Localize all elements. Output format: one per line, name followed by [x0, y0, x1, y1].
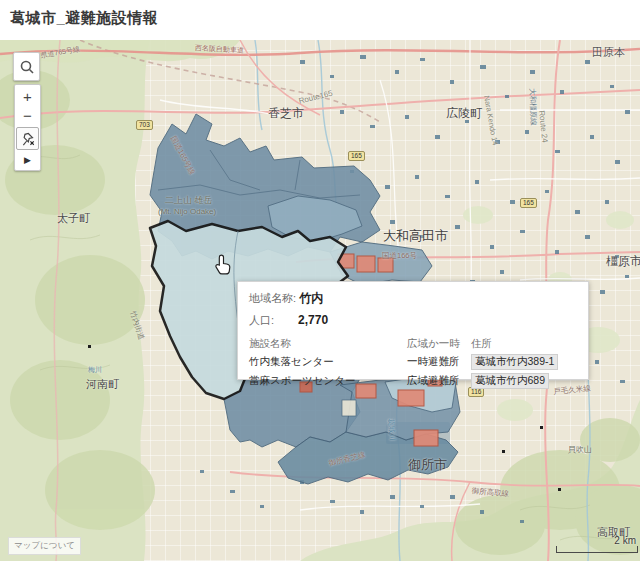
river-label-umekawa: 梅川	[88, 366, 102, 373]
facility-address-cell: 葛城市竹内389-1	[471, 354, 558, 370]
road-label-yamato-kashihara: 大和橿原線	[529, 88, 538, 126]
app-window: 葛城市_避難施設情報	[0, 0, 640, 561]
tooltip-region-value: 竹内	[299, 291, 323, 305]
hand-cursor-icon	[215, 254, 232, 279]
tooltip-region-label: 地域名称:	[249, 292, 296, 304]
facility-type-cell: 一時避難所	[407, 355, 471, 369]
page-title: 葛城市_避難施設情報	[10, 9, 158, 28]
zoom-out-button[interactable]: −	[15, 106, 40, 125]
place-label-koryo: 広陵町	[446, 107, 482, 119]
place-label-taishi: 太子町	[57, 213, 90, 224]
map-toolbar: + − ▶	[14, 84, 41, 171]
route-shield-165b: 165	[520, 198, 537, 208]
map-search-button[interactable]	[13, 52, 40, 81]
map-attribution-link[interactable]: マップについて	[8, 537, 81, 555]
place-label-kashihara: 橿原市	[606, 255, 640, 267]
tooltip-population-line: 人口: 2,770	[249, 313, 588, 328]
search-icon	[19, 59, 35, 75]
reset-pin-button[interactable]	[16, 127, 39, 150]
tooltip-population-label: 人口:	[249, 313, 295, 328]
tooltip-population-value: 2,770	[298, 313, 328, 327]
facility-name-cell: 竹内集落センター	[249, 355, 407, 369]
place-label-gose: 御所市	[408, 458, 447, 471]
facility-name-cell: 當麻スポーツセンター	[249, 374, 407, 388]
tooltip-facility-table: 施設名称 広域か一時 住所 竹内集落センター 一時避難所 葛城市竹内389-1 …	[249, 337, 588, 389]
place-label-kashiba: 香芝市	[268, 107, 304, 119]
river-label-katsuragigawa: 葛城川	[387, 418, 397, 441]
region-tooltip: 地域名称: 竹内 人口: 2,770 施設名称 広域か一時 住所 竹内集落センタ…	[237, 281, 589, 380]
expand-tools-button[interactable]: ▶	[15, 152, 40, 168]
peak-label-kaibukiyama: 貝吹山	[568, 446, 592, 454]
facility-type-cell: 広域避難所	[407, 374, 471, 388]
place-label-kanan: 河南町	[86, 379, 119, 390]
place-label-yamatotakada: 大和高田市	[383, 229, 448, 242]
scale-bar	[556, 546, 638, 553]
region-pale[interactable]	[342, 400, 356, 416]
title-bar: 葛城市_避難施設情報	[0, 0, 640, 40]
scale-label: 2 km	[556, 535, 636, 546]
tooltip-region-line: 地域名称: 竹内	[249, 290, 588, 307]
pushpin-x-icon	[20, 131, 35, 146]
peak-label-nijozan: 二上山 雄岳	[165, 196, 213, 205]
zoom-in-button[interactable]: +	[15, 87, 40, 106]
column-header-facility: 施設名称	[249, 337, 407, 351]
column-header-address: 住所	[471, 337, 589, 351]
column-header-type: 広域か一時	[407, 337, 471, 351]
route-shield-703: 703	[136, 120, 153, 130]
place-label-tawaramoto: 田原本	[592, 47, 625, 58]
route-shield-165: 165	[348, 151, 365, 161]
road-label-route166: 国道166号	[382, 252, 417, 260]
facility-address-cell: 葛城市竹内689	[471, 373, 549, 389]
map-viewport[interactable]: 田原本 香芝市 広陵町 大和高田市 橿原市 御所市 高取町 太子町 河南町 二上…	[0, 40, 640, 561]
peak-label-nijozan-en: (Mt. Nijo Odake)	[158, 208, 216, 216]
